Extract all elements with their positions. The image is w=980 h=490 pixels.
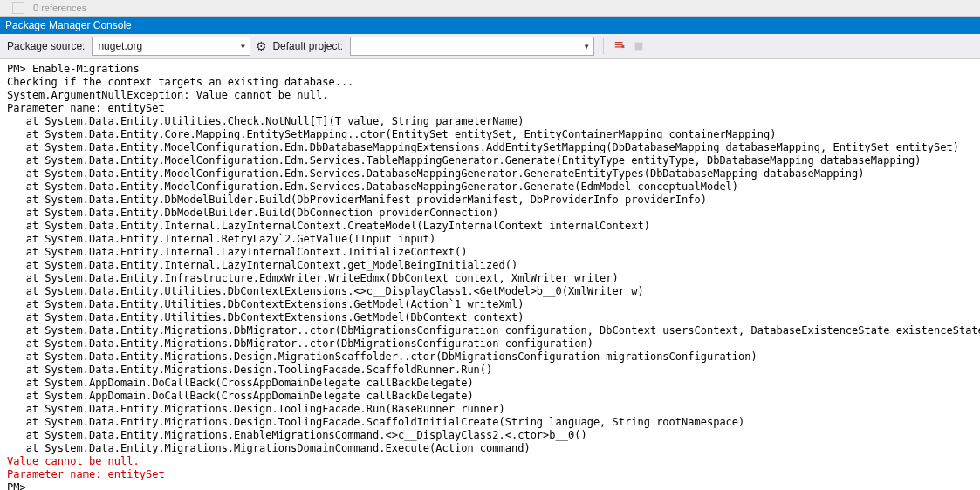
gear-icon[interactable]: ⚙ bbox=[256, 39, 267, 53]
editor-gutter-strip: 0 references bbox=[0, 0, 980, 17]
codelens-text: 0 references bbox=[33, 3, 86, 13]
chevron-down-icon: ▼ bbox=[239, 43, 246, 51]
pmc-toolbar: Package source: nuget.org ▼ ⚙ Default pr… bbox=[0, 34, 980, 59]
pkg-source-dropdown[interactable]: nuget.org ▼ bbox=[92, 37, 250, 56]
toolbar-separator bbox=[603, 38, 604, 54]
pkg-source-value: nuget.org bbox=[98, 40, 142, 52]
console-output[interactable]: PM> Enable-MigrationsChecking if the con… bbox=[0, 59, 980, 490]
panel-title-bar: Package Manager Console bbox=[0, 17, 980, 34]
collapse-icon bbox=[12, 2, 24, 14]
clear-console-button[interactable] bbox=[613, 39, 627, 53]
default-project-dropdown[interactable]: ▼ bbox=[350, 37, 594, 56]
chevron-down-icon: ▼ bbox=[583, 43, 590, 51]
stop-button[interactable] bbox=[632, 39, 646, 53]
default-project-label: Default project: bbox=[272, 40, 343, 52]
svg-rect-0 bbox=[635, 43, 643, 51]
panel-title: Package Manager Console bbox=[5, 19, 132, 31]
pkg-source-label: Package source: bbox=[7, 40, 85, 52]
